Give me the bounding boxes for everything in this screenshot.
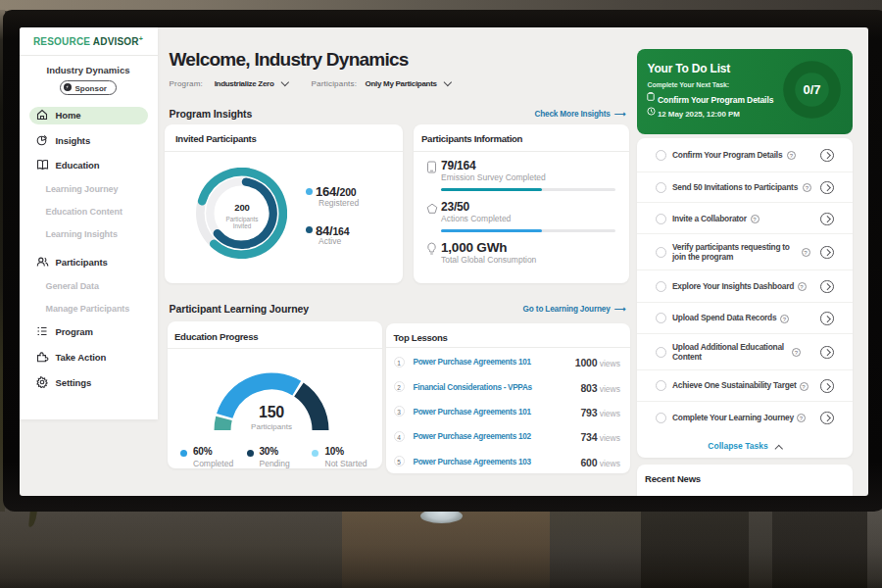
svg-text:0/7: 0/7: [803, 82, 820, 97]
